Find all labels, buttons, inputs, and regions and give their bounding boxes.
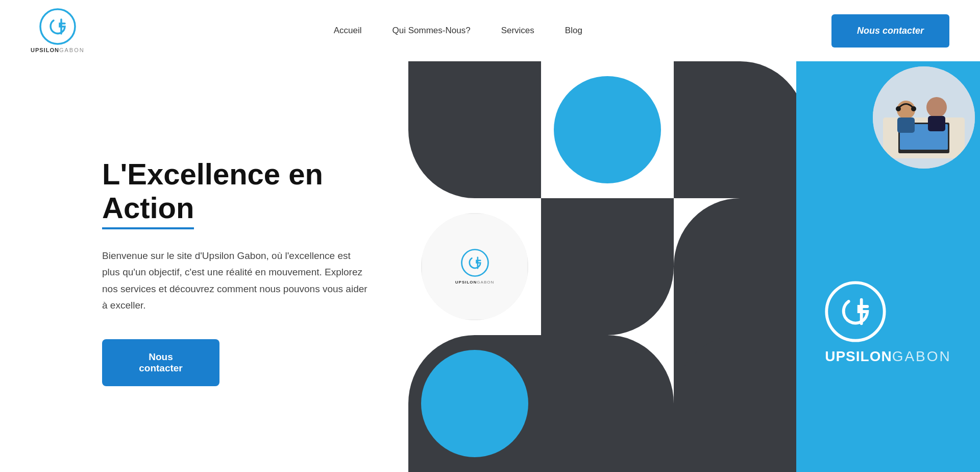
mosaic-cell-1 — [541, 61, 674, 198]
nav-links: Accueil Qui Sommes-Nous? Services Blog — [334, 26, 582, 36]
nav-blog[interactable]: Blog — [565, 26, 582, 36]
svg-point-0 — [40, 9, 75, 44]
hero-title: L'Excellence en Action — [102, 157, 368, 229]
mosaic-cell-4 — [541, 198, 674, 335]
hero-contact-button[interactable]: Nous contacter — [102, 339, 219, 386]
logo-text: UPSILONGABON — [31, 47, 85, 53]
svg-point-21 — [827, 282, 885, 340]
nav-accueil[interactable]: Accueil — [334, 26, 362, 36]
mosaic-cell-5 — [674, 198, 806, 335]
nav-contact-button[interactable]: Nous contacter — [831, 14, 949, 48]
mosaic-bottom-0 — [408, 335, 541, 472]
hero-description: Bienvenue sur le site d'Upsilon Gabon, o… — [102, 248, 368, 314]
svg-rect-16 — [897, 117, 915, 133]
mosaic-bottom-2 — [674, 335, 806, 472]
logo[interactable]: UPSILONGABON — [31, 8, 85, 53]
svg-point-20 — [911, 106, 916, 111]
white-logo-area: UPSILON GABON — [825, 281, 951, 365]
mosaic-cell-3: UPSILONGABON — [408, 198, 541, 335]
svg-point-17 — [926, 97, 947, 117]
person-photo — [873, 66, 975, 169]
nav-services[interactable]: Services — [501, 26, 534, 36]
white-logo-text: UPSILON GABON — [825, 348, 951, 365]
svg-point-19 — [896, 106, 901, 111]
svg-point-2 — [461, 250, 488, 276]
logo-icon — [39, 8, 76, 45]
svg-rect-18 — [928, 116, 945, 131]
mosaic-bottom-row — [408, 335, 806, 472]
hero-section: L'Excellence en Action Bienvenue sur le … — [0, 61, 980, 472]
nav-qui-sommes-nous[interactable]: Qui Sommes-Nous? — [393, 26, 471, 36]
navbar: UPSILONGABON Accueil Qui Sommes-Nous? Se… — [0, 0, 980, 61]
hero-visual: UPSILONGABON — [408, 61, 980, 472]
mosaic-bottom-1 — [541, 335, 674, 472]
mosaic-cell-0 — [408, 61, 541, 198]
logo-card: UPSILONGABON — [455, 249, 494, 285]
mosaic-cell-2 — [674, 61, 806, 198]
white-logo-icon — [825, 281, 886, 342]
blue-panel: UPSILON GABON — [796, 61, 980, 472]
hero-content: L'Excellence en Action Bienvenue sur le … — [0, 61, 408, 472]
